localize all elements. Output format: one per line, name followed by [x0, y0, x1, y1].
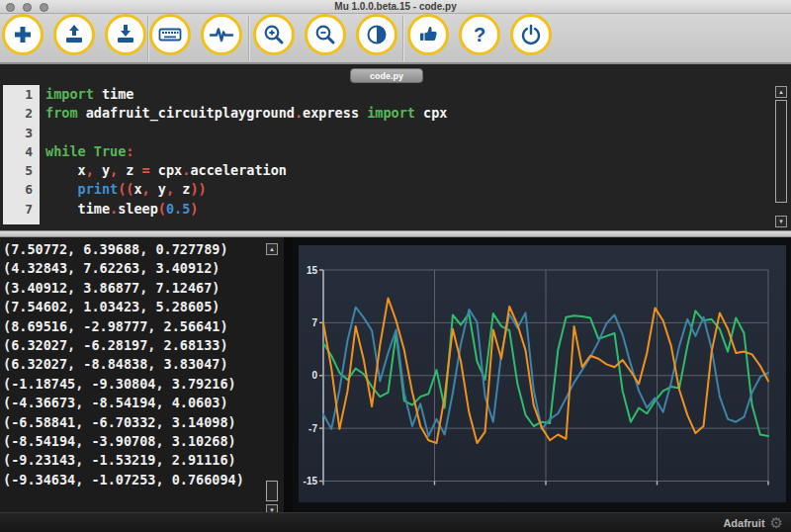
editor-scroll-down-button[interactable]: ▾ [775, 216, 787, 227]
code-line: x, y, z = cpx.acceleration [45, 161, 771, 180]
pulse-icon [209, 22, 234, 47]
serial-output-line: (-8.54194, -3.90708, 3.10268) [0, 432, 284, 451]
help-button[interactable]: ? [459, 14, 500, 55]
serial-output-line: (3.40912, 3.86877, 7.12467) [0, 279, 284, 298]
line-number: 4 [3, 142, 40, 161]
serial-output-line: (4.32843, 7.62263, 3.40912) [0, 259, 284, 278]
serial-output-line: (-9.23143, -1.53219, 2.91116) [0, 451, 284, 470]
toolbar-separator [147, 16, 148, 61]
serial-output-panel[interactable]: (7.50772, 6.39688, 0.727789)(4.32843, 7.… [0, 237, 284, 512]
line-number-gutter: 1234567 [3, 85, 40, 224]
repl-scroll-up-button[interactable]: ▴ [266, 243, 278, 255]
code-line: print((x, y, z)) [45, 180, 771, 199]
svg-text:-15: -15 [304, 476, 318, 487]
power-icon [519, 23, 543, 46]
question-icon: ? [474, 24, 485, 46]
serial-output-line: (-1.18745, -9.30804, 3.79216) [0, 375, 284, 394]
code-line [45, 124, 771, 142]
contrast-icon [365, 23, 389, 46]
mode-label: Adafruit [723, 517, 764, 529]
horizontal-splitter[interactable] [0, 230, 791, 237]
line-number: 5 [3, 161, 40, 180]
code-line: import time [45, 85, 771, 104]
status-bar: Adafruit ⚙ [0, 512, 791, 532]
serial-output-line: (7.54602, 1.03423, 5.28605) [0, 298, 284, 316]
serial-output-line: (-9.34634, -1.07253, 0.766094) [0, 471, 284, 489]
magnifier-minus-icon [313, 23, 337, 46]
svg-text:15: 15 [307, 265, 318, 276]
serial-output-line: (6.32027, -8.84838, 3.83047) [0, 355, 284, 374]
download-icon [114, 23, 137, 46]
plotter-panel: 1570-7-15 [293, 237, 791, 512]
magnifier-plus-icon [262, 23, 286, 46]
serial-output-line: (-6.58841, -6.70332, 3.14098) [0, 413, 284, 432]
vertical-splitter[interactable] [284, 237, 293, 512]
serial-output-line: (8.69516, -2.98777, 2.56641) [0, 317, 284, 336]
plotter-button[interactable] [201, 14, 242, 55]
thumbs-up-icon [416, 23, 440, 46]
acceleration-chart: 1570-7-15 [299, 245, 786, 502]
serial-output-line: (-4.36673, -8.54194, 4.0603) [0, 394, 284, 412]
line-number: 1 [3, 85, 40, 104]
zoom-out-button[interactable] [305, 14, 346, 55]
theme-button[interactable] [356, 14, 397, 55]
load-button[interactable] [53, 14, 95, 55]
code-editor[interactable]: code.py 1234567 import timefrom adafruit… [0, 64, 791, 230]
svg-text:0: 0 [311, 370, 317, 381]
code-line: from adafruit_circuitplayground.express … [45, 104, 771, 123]
serial-output-lines: (7.50772, 6.39688, 0.727789)(4.32843, 7.… [0, 237, 284, 489]
editor-scroll-up-button[interactable]: ▴ [775, 86, 787, 98]
serial-output-line: (6.32027, -6.28197, 2.68133) [0, 336, 284, 355]
line-number: 6 [3, 180, 40, 199]
code-line: time.sleep(0.5) [45, 200, 771, 219]
quit-button[interactable] [510, 14, 552, 55]
upload-icon [62, 23, 86, 46]
keyboard-icon [157, 22, 183, 47]
svg-text:-7: -7 [308, 423, 317, 434]
line-number: 2 [3, 104, 40, 123]
tab-code-py[interactable]: code.py [350, 68, 423, 83]
line-number: 7 [3, 200, 40, 219]
title-bar: Mu 1.0.0.beta.15 - code.py [0, 0, 791, 14]
editor-scrollbar-thumb[interactable] [775, 100, 787, 203]
zoom-in-button[interactable] [253, 14, 295, 55]
gear-icon[interactable]: ⚙ [770, 515, 783, 530]
window-title: Mu 1.0.0.beta.15 - code.py [0, 1, 791, 12]
serial-output-line: (7.50772, 6.39688, 0.727789) [0, 240, 284, 259]
svg-text:7: 7 [311, 317, 317, 328]
plus-icon [11, 23, 35, 46]
code-line: while True: [45, 142, 771, 161]
toolbar-separator [248, 16, 249, 61]
code-content[interactable]: import timefrom adafruit_circuitplaygrou… [45, 85, 771, 219]
toolbar-separator [402, 16, 403, 61]
check-button[interactable] [407, 14, 449, 55]
line-number: 3 [3, 124, 40, 142]
mu-window: Mu 1.0.0.beta.15 - code.py [0, 0, 791, 532]
save-button[interactable] [105, 14, 146, 55]
repl-scrollbar-thumb[interactable] [266, 481, 278, 501]
toolbar: ? [0, 14, 791, 64]
serial-button[interactable] [149, 14, 191, 55]
new-button[interactable] [2, 14, 44, 55]
